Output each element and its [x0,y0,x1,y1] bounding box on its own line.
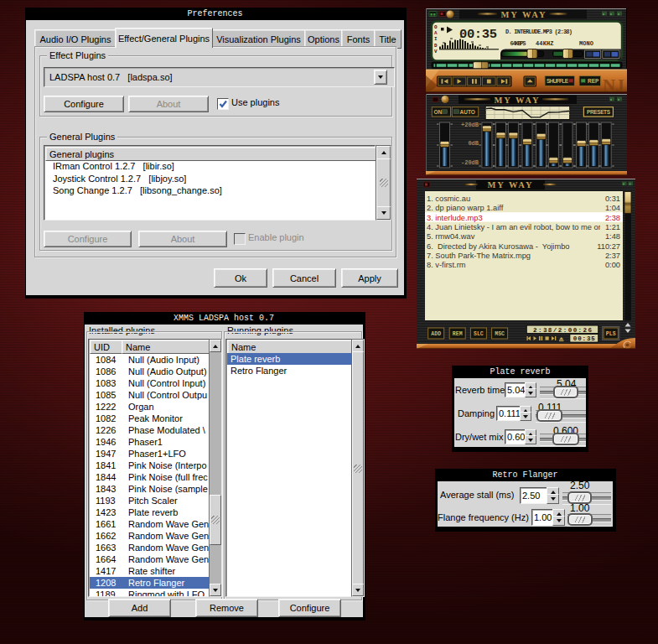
svg-text:3. interlude.mp3: 3. interlude.mp3 [427,214,483,222]
svg-text:REM: REM [453,331,463,337]
svg-text:7. South Park-The Matrix.mpg: 7. South Park-The Matrix.mpg [427,252,531,260]
svg-text:8. v-first.rm: 8. v-first.rm [427,261,466,269]
svg-text:A: A [434,30,438,36]
svg-text:MY WAY: MY WAY [494,96,540,105]
svg-text:0:31: 0:31 [605,195,620,203]
svg-text:2. dp piano warp 1.aiff: 2. dp piano warp 1.aiff [427,204,504,212]
svg-text:I: I [434,36,438,42]
svg-text:2:38: 2:38 [605,214,620,222]
svg-text:2:37: 2:37 [605,252,620,260]
svg-text:V: V [434,49,438,55]
svg-text:1:21: 1:21 [605,223,620,231]
svg-text:PRESETS: PRESETS [587,109,611,115]
svg-text:1:48: 1:48 [605,232,620,241]
svg-text:0:00: 0:00 [605,261,620,269]
svg-text:5. rmw04.wav: 5. rmw04.wav [427,232,475,241]
svg-text:NJ: NJ [603,75,624,92]
svg-text:-20dB: -20dB [461,159,479,166]
svg-text:6. Directed by Akira Kurosawa: 6. Directed by Akira Kurosawa - Yojimbo [427,242,570,251]
svg-text:AUTO: AUTO [460,109,475,115]
svg-text:PLS: PLS [606,331,616,337]
svg-text:+20dB: +20dB [461,122,479,128]
svg-text:MONO: MONO [579,40,593,47]
svg-text:00:35: 00:35 [459,27,497,42]
svg-text:D. INTERLUDE.MP3 (2:38): D. INTERLUDE.MP3 (2:38) [505,29,573,35]
svg-text:REP: REP [588,78,599,84]
svg-text:ON: ON [434,109,443,115]
svg-text:O: O [434,24,438,30]
svg-text:4. Juan Linietsky - I am an ev: 4. Juan Linietsky - I am an evil robot, … [427,223,607,231]
svg-text:SLC: SLC [474,331,484,337]
svg-text:64KBPS: 64KBPS [510,40,526,47]
svg-text:110:27: 110:27 [597,242,620,251]
svg-text:44KHZ: 44KHZ [536,40,554,47]
svg-text:1. cosmic.au: 1. cosmic.au [427,195,470,203]
svg-text:SHUFFLE: SHUFFLE [547,78,569,84]
svg-text:MY WAY: MY WAY [500,10,547,19]
svg-text:MY WAY: MY WAY [487,180,533,190]
svg-text:D: D [434,43,438,49]
svg-text:ADD: ADD [431,331,441,337]
svg-text:0dB: 0dB [468,140,479,147]
svg-text:00:35: 00:35 [573,335,595,342]
svg-text:MSC: MSC [495,331,505,337]
svg-text:1:04: 1:04 [605,204,620,212]
